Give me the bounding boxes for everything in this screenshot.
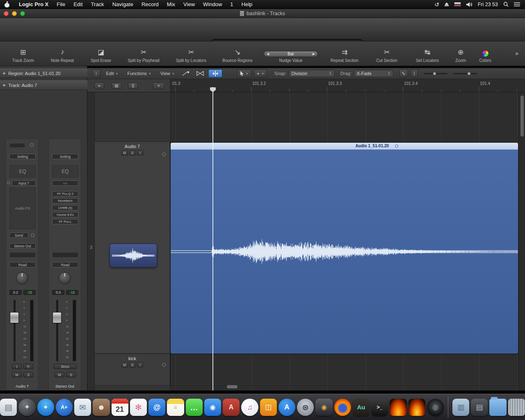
toolbar-button-set-locators[interactable]: ↹Set Locators: [406, 41, 449, 66]
menu-1[interactable]: 1: [226, 1, 237, 7]
dock-safari-icon[interactable]: ✦: [37, 399, 54, 416]
toolbar-more-icon[interactable]: »: [515, 50, 525, 66]
track-inspector-header[interactable]: ▶Track: Audio 7: [0, 80, 87, 90]
pan-knob[interactable]: [59, 272, 71, 284]
input-language-flag-icon[interactable]: [454, 2, 461, 7]
format-button[interactable]: ○○: [52, 180, 78, 186]
dock-books-icon[interactable]: ◫: [260, 399, 277, 416]
plugin-slot-ff-pro-l[interactable]: FF Pro-L: [52, 219, 78, 224]
nudge-stepper[interactable]: ◀Bar▶: [264, 51, 318, 57]
track-header-audio7[interactable]: Audio 7 MSI: [95, 142, 170, 354]
horizontal-scrollbar[interactable]: [227, 385, 237, 388]
dock-audition-icon[interactable]: Au: [353, 399, 370, 416]
toolbar-button-colors[interactable]: Colors: [472, 41, 498, 66]
pan-value[interactable]: 0.0: [52, 290, 64, 295]
plugin-slot-linmb-s-[interactable]: LinMB (s): [52, 205, 78, 210]
automation-mode-button[interactable]: Read: [9, 262, 36, 267]
add-track-button[interactable]: +: [94, 82, 104, 89]
group-slot[interactable]: [9, 252, 36, 258]
menu-file[interactable]: File: [52, 1, 69, 7]
track-s-button[interactable]: S: [129, 362, 136, 368]
eq-display[interactable]: EQ: [9, 165, 36, 178]
auto-vertical-zoom-button[interactable]: ↕: [411, 69, 418, 78]
dock-system-preferences-icon[interactable]: ⊛: [297, 399, 314, 416]
channel-strip-name[interactable]: Audio 7: [6, 384, 38, 388]
track-icon-thumbnail[interactable]: [110, 244, 157, 267]
toolbar-button-cut-section[interactable]: ✂Cut Section: [368, 41, 406, 66]
track-m-button[interactable]: M: [121, 362, 128, 368]
apple-menu-icon[interactable]: [4, 1, 10, 7]
volume-icon[interactable]: [466, 2, 472, 7]
volume-fader[interactable]: [52, 312, 62, 323]
phase-ring-icon[interactable]: [30, 143, 34, 147]
toolbar-button-track-zoom[interactable]: ⊞Track Zoom: [3, 41, 43, 66]
menu-edit[interactable]: Edit: [69, 1, 87, 7]
region-loop-ring-icon[interactable]: [395, 144, 398, 148]
time-machine-icon[interactable]: ↺: [434, 2, 439, 7]
drag-dropdown[interactable]: X-Fade⇕: [354, 70, 393, 77]
menu-record[interactable]: Record: [137, 1, 163, 7]
menu-view[interactable]: View: [179, 1, 199, 7]
dock-messages-icon[interactable]: …: [186, 399, 203, 416]
pan-value[interactable]: 0.2: [9, 290, 22, 295]
dock-itunes-icon[interactable]: ♫: [241, 399, 258, 416]
dock-mail-app-icon[interactable]: @: [148, 399, 165, 416]
dock-totalmix-icon[interactable]: ◎: [427, 399, 444, 416]
track-name[interactable]: Audio 7: [95, 142, 170, 149]
toolbar-button-repeat-section[interactable]: ⇉Repeat Section: [322, 41, 368, 66]
edit-menu[interactable]: Edit▼: [103, 69, 122, 78]
plugin-slot-noveltech[interactable]: Noveltech: [52, 198, 78, 203]
solo-button[interactable]: S: [23, 372, 33, 377]
region-header[interactable]: Audio 1_51-01.20: [171, 143, 518, 150]
mute-button[interactable]: M: [12, 372, 22, 377]
vertical-zoom-slider[interactable]: [424, 73, 447, 74]
duplicate-track-button[interactable]: ⊞: [112, 82, 121, 89]
arrange-area[interactable]: Audio 1_51-01.20: [170, 92, 518, 390]
left-click-tool-menu[interactable]: ▼: [237, 69, 251, 78]
track-i-button[interactable]: I: [137, 150, 144, 155]
view-menu[interactable]: View▼: [157, 69, 178, 78]
bounce-button[interactable]: Bnce: [54, 364, 77, 369]
dock-app-store-icon[interactable]: A: [278, 399, 295, 416]
volume-fader[interactable]: [10, 312, 19, 323]
functions-menu[interactable]: Functions▼: [124, 69, 155, 78]
dock-facetime-icon[interactable]: ◉: [204, 399, 221, 416]
dock-notes-icon[interactable]: ≡: [167, 399, 184, 416]
dock-grades-icon[interactable]: A+: [56, 399, 73, 416]
input-monitor-ring-icon[interactable]: [162, 363, 166, 367]
minimize-window-button[interactable]: [12, 11, 17, 16]
menu-help[interactable]: Help: [237, 1, 257, 7]
menu-mix[interactable]: Mix: [163, 1, 179, 7]
dock-launchpad-icon[interactable]: ✦: [18, 399, 35, 416]
setting-button[interactable]: Setting: [9, 154, 36, 159]
track-i-button[interactable]: I: [137, 362, 144, 368]
setting-button[interactable]: Setting: [52, 154, 78, 159]
dock-contacts-icon[interactable]: ☻: [93, 399, 110, 416]
toolbar-button-nudge-value[interactable]: ◀Bar▶Nudge Value: [260, 41, 322, 66]
spotlight-icon[interactable]: [503, 2, 509, 7]
plugin-slot-ozone-8-ex[interactable]: Ozone 8 Ex: [52, 212, 78, 217]
eject-icon[interactable]: [445, 2, 449, 7]
eq-display[interactable]: EQ: [52, 165, 78, 178]
command-click-tool-menu[interactable]: +▼: [254, 69, 267, 78]
volume-value[interactable]: -15: [23, 290, 36, 295]
dock-photos-icon[interactable]: ✻: [130, 399, 147, 416]
track-name[interactable]: kick: [95, 354, 170, 361]
automation-mode-button[interactable]: Read: [52, 262, 78, 267]
nudge-right-arrow-icon[interactable]: ▶: [313, 52, 315, 56]
slider-handle[interactable]: [467, 72, 471, 75]
toolbar-button-zoom[interactable]: ⊕Zoom: [449, 41, 472, 66]
menu-navigate[interactable]: Navigate: [108, 1, 137, 7]
dock-terminal-icon[interactable]: >_: [371, 399, 388, 416]
toolbar-button-bounce-regions[interactable]: ↘Bounce Regions: [215, 41, 260, 66]
horizontal-zoom-slider[interactable]: [453, 73, 477, 74]
plugin-slot-ff-pro-q-2[interactable]: FF Pro-Q 2: [52, 191, 78, 196]
marquee-tool-button[interactable]: [194, 69, 206, 78]
dock-rme-flash-icon[interactable]: [409, 399, 425, 416]
vertical-scrollbar[interactable]: [520, 96, 524, 137]
catch-playhead-button[interactable]: ↑: [92, 69, 100, 78]
slider-handle[interactable]: [433, 72, 436, 75]
nudge-left-arrow-icon[interactable]: ◀: [267, 52, 269, 56]
region-inspector-header[interactable]: ▶Region: Audio 1_51-01.20: [0, 68, 87, 78]
group-slot[interactable]: [52, 252, 78, 258]
